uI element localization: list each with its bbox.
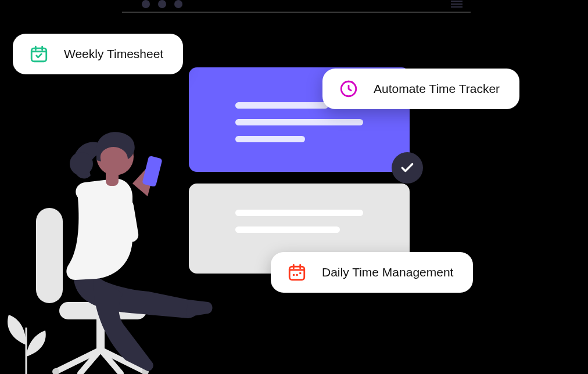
window-dot [158,0,166,8]
check-badge [392,152,423,184]
hamburger-menu-icon[interactable] [451,1,462,8]
feature-pill-label: Daily Time Management [322,265,453,279]
calendar-dots-icon [287,262,307,282]
svg-point-14 [70,152,93,175]
svg-rect-5 [299,272,301,274]
svg-rect-2 [289,267,304,280]
svg-rect-0 [31,48,46,62]
text-line-placeholder [235,210,363,216]
svg-rect-3 [293,274,295,276]
feature-pill-daily[interactable]: Daily Time Management [271,252,473,293]
window-dot [142,0,150,8]
person-illustration [3,128,224,374]
feature-pill-label: Automate Time Tracker [374,82,500,96]
text-line-placeholder [235,136,305,142]
text-line-placeholder [235,102,328,109]
feature-pill-weekly[interactable]: Weekly Timesheet [13,34,183,74]
browser-bar [122,0,471,13]
feature-pill-automate[interactable]: Automate Time Tracker [322,69,519,109]
feature-pill-label: Weekly Timesheet [64,47,163,61]
text-line-placeholder [235,119,363,125]
svg-rect-4 [296,274,298,276]
window-dot [174,0,182,8]
window-dots [142,0,182,8]
calendar-check-icon [29,44,49,64]
check-icon [400,160,415,175]
text-line-placeholder [235,226,340,233]
svg-rect-6 [36,208,63,303]
clock-icon [339,79,358,99]
